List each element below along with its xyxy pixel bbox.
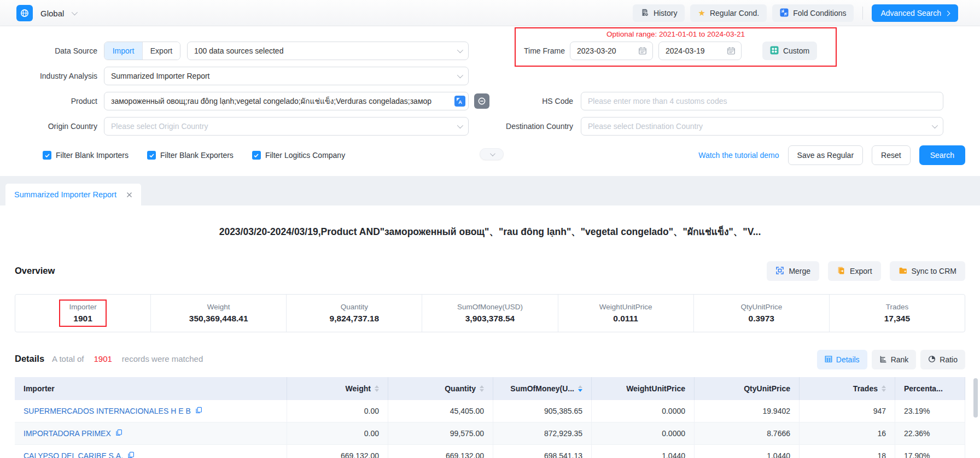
overview-heading: Overview xyxy=(15,266,55,276)
svg-text:A: A xyxy=(458,99,462,105)
table-header-row: Importer Weight Quantity SumOfMoney(U...… xyxy=(15,377,965,400)
scrollbar-thumb[interactable] xyxy=(973,378,978,418)
data-source-toggle: Import Export xyxy=(104,42,180,60)
topbar-actions: History Regular Cond. Fold Conditions Ad… xyxy=(633,4,958,22)
importer-highlight-box: Importer 1901 xyxy=(59,300,106,327)
stat-label: QtyUnitPrice xyxy=(740,303,782,311)
filter-checkbox-row: Filter Blank Importers Filter Blank Expo… xyxy=(43,146,345,165)
merge-button[interactable]: Merge xyxy=(767,261,819,281)
filter-blank-exporters-checkbox[interactable]: Filter Blank Exporters xyxy=(147,151,234,160)
optional-range-text: Optional range: 2021-01-01 to 2024-03-21 xyxy=(516,30,836,38)
col-quantity[interactable]: Quantity xyxy=(388,377,493,400)
stat-label: WeightUnitPrice xyxy=(599,303,652,311)
advanced-search-button[interactable]: Advanced Search xyxy=(872,4,958,22)
copy-icon[interactable] xyxy=(115,429,122,438)
tab-summarized-importer-report[interactable]: Summarized Importer Report xyxy=(5,184,141,205)
view-label: Details xyxy=(836,355,860,364)
regular-cond-button[interactable]: Regular Cond. xyxy=(690,4,767,22)
fold-conditions-button[interactable]: Fold Conditions xyxy=(772,4,854,22)
data-source-label: Data Source xyxy=(0,42,97,60)
checkbox-checked-icon xyxy=(252,151,261,160)
industry-analysis-value: Summarized Importer Report xyxy=(111,72,210,80)
view-switcher: Details Rank Ratio xyxy=(817,350,965,369)
calendar-icon[interactable] xyxy=(638,46,647,55)
table-body: SUPERMERCADOS INTERNACIONALES H E B 0.00… xyxy=(15,400,965,458)
industry-analysis-select[interactable]: Summarized Importer Report xyxy=(104,67,469,85)
destination-country-placeholder: Please select Destination Country xyxy=(588,122,703,131)
end-date-input[interactable]: 2024-03-19 xyxy=(658,42,742,60)
importer-name-link[interactable]: IMPORTADORA PRIMEX xyxy=(24,429,111,438)
calendar-icon[interactable] xyxy=(727,46,736,55)
origin-country-select[interactable]: Please select Origin Country xyxy=(104,117,469,136)
stat-qty-unit-price: QtyUnitPrice 0.3973 xyxy=(694,295,830,332)
details-total-suffix: records were matched xyxy=(122,354,203,363)
filter-blank-importers-checkbox[interactable]: Filter Blank Importers xyxy=(43,151,129,160)
topbar-divider xyxy=(862,7,863,20)
table-row[interactable]: SUPERMERCADOS INTERNACIONALES H E B 0.00… xyxy=(15,400,965,422)
sort-carets[interactable] xyxy=(375,385,379,392)
origin-country-placeholder: Please select Origin Country xyxy=(111,122,208,131)
destination-country-select[interactable]: Please select Destination Country xyxy=(581,117,943,136)
start-date-input[interactable]: 2023-03-20 xyxy=(570,42,653,60)
reset-button[interactable]: Reset xyxy=(872,145,911,165)
close-icon[interactable] xyxy=(126,192,132,198)
chevron-right-icon xyxy=(945,10,950,16)
region-selector[interactable]: Global xyxy=(16,5,76,21)
cell-sum-of-money: 905,385.65 xyxy=(493,400,592,422)
cell-weight: 0.00 xyxy=(287,400,388,422)
col-weight-unit-price: WeightUnitPrice xyxy=(592,377,695,400)
col-importer: Importer xyxy=(15,377,287,400)
history-button[interactable]: History xyxy=(633,4,685,22)
folder-sync-icon xyxy=(899,266,907,277)
cell-quantity: 45,405.00 xyxy=(388,400,493,422)
details-heading-row: Details A total of 1901 records were mat… xyxy=(15,349,203,368)
collapse-conditions-toggle[interactable] xyxy=(480,148,504,160)
hs-code-input[interactable] xyxy=(581,92,943,110)
view-label: Ratio xyxy=(940,355,958,364)
custom-icon xyxy=(770,46,779,56)
tab-ratio-view[interactable]: Ratio xyxy=(920,350,965,369)
sync-to-crm-label: Sync to CRM xyxy=(912,267,956,275)
tutorial-link[interactable]: Watch the tutorial demo xyxy=(698,151,779,160)
cell-weight: 0.00 xyxy=(287,422,388,444)
star-icon xyxy=(698,8,705,18)
translate-icon[interactable]: A xyxy=(454,96,465,107)
stat-value: 17,345 xyxy=(884,314,910,324)
sort-carets-active-desc[interactable] xyxy=(578,385,582,392)
table-scrollbar[interactable] xyxy=(973,378,978,457)
tab-details-view[interactable]: Details xyxy=(817,350,867,369)
filter-logitics-company-checkbox[interactable]: Filter Logitics Company xyxy=(252,151,345,160)
custom-range-button[interactable]: Custom xyxy=(762,42,817,60)
sync-to-crm-button[interactable]: Sync to CRM xyxy=(890,261,965,281)
stat-weight: Weight 350,369,448.41 xyxy=(151,295,287,332)
search-button[interactable]: Search xyxy=(919,145,965,165)
product-label: Product xyxy=(0,92,97,110)
start-date-value: 2023-03-20 xyxy=(577,46,616,55)
checkbox-checked-icon xyxy=(147,151,156,160)
import-toggle[interactable]: Import xyxy=(104,42,142,60)
fold-conditions-icon xyxy=(780,8,789,19)
overview-actions: Merge Export Sync to CRM xyxy=(767,261,965,281)
col-trades[interactable]: Trades xyxy=(800,377,895,400)
save-as-regular-button[interactable]: Save as Regular xyxy=(788,145,864,165)
export-button[interactable]: Export xyxy=(828,261,880,281)
col-weight[interactable]: Weight xyxy=(287,377,388,400)
chevron-down-icon xyxy=(457,122,463,128)
product-input[interactable] xyxy=(104,92,469,110)
export-toggle[interactable]: Export xyxy=(142,42,180,60)
table-row[interactable]: CALYPSO DEL CARIBE S.A. 669,132.00 669,1… xyxy=(15,445,965,458)
importer-name-link[interactable]: CALYPSO DEL CARIBE S.A. xyxy=(24,451,123,458)
sort-carets[interactable] xyxy=(480,385,484,392)
col-sum-of-money[interactable]: SumOfMoney(U... xyxy=(493,377,592,400)
data-sources-select[interactable]: 100 data sources selected xyxy=(187,42,469,60)
stat-value: 350,369,448.41 xyxy=(189,314,248,324)
cell-percentage: 17.90% xyxy=(895,445,965,458)
copy-icon[interactable] xyxy=(127,451,135,458)
sort-carets[interactable] xyxy=(882,385,886,392)
checkbox-checked-icon xyxy=(43,151,51,160)
tab-rank-view[interactable]: Rank xyxy=(872,350,917,369)
importer-name-link[interactable]: SUPERMERCADOS INTERNACIONALES H E B xyxy=(24,407,191,415)
table-row[interactable]: IMPORTADORA PRIMEX 0.00 99,575.00 872,92… xyxy=(15,422,965,445)
copy-icon[interactable] xyxy=(195,407,202,415)
checkbox-label: Filter Blank Importers xyxy=(56,151,129,160)
